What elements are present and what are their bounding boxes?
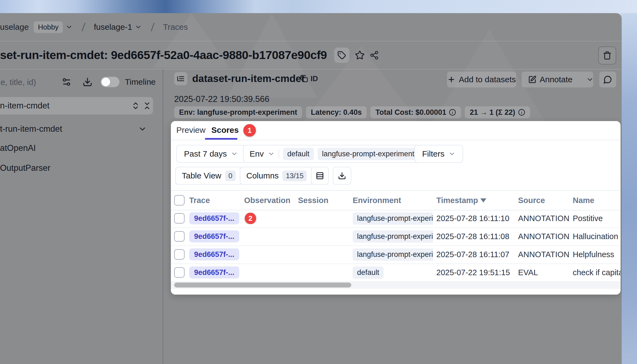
filter-divider — [279, 149, 279, 158]
breadcrumb-org[interactable]: uselage — [0, 22, 29, 32]
list-tree-icon — [177, 75, 185, 83]
chevron-down-icon[interactable] — [135, 24, 142, 31]
chevron-down-icon — [231, 150, 238, 157]
columns-label: Columns — [246, 171, 279, 180]
timeline-label: Timeline — [125, 77, 156, 87]
annotate-dropdown-button[interactable] — [586, 72, 594, 87]
row-height-button[interactable] — [311, 167, 329, 185]
annotate-split-button: Annotate — [522, 72, 593, 87]
tag-button[interactable] — [334, 48, 349, 63]
wallpaper-edge — [621, 13, 637, 364]
cost-badge: Total Cost: $0.00001 — [370, 106, 461, 118]
chevron-down-icon — [448, 150, 455, 157]
add-to-datasets-button[interactable]: Add to datasets — [447, 72, 516, 87]
metadata-badges: Env: langfuse-prompt-experiment Latency:… — [174, 106, 530, 118]
trace-link[interactable]: 9ed6657f-... — [189, 230, 239, 242]
export-button[interactable] — [333, 167, 351, 185]
share-button[interactable] — [370, 51, 379, 60]
title-bar: set-run-item-cmdet: 9ed6657f-52a0-4aac-9… — [0, 41, 622, 69]
column-header-environment: Environment — [349, 196, 433, 205]
plus-icon — [447, 75, 455, 84]
name-cell: check if capital — [569, 268, 621, 277]
env-value-chip[interactable]: default — [283, 148, 314, 160]
row-checkbox[interactable] — [174, 249, 185, 260]
breadcrumb: uselage Hobby fuselage-1 Traces — [0, 13, 622, 41]
object-name: dataset-run-item-cmdet — [192, 72, 305, 86]
star-icon — [355, 50, 365, 60]
share-icon — [370, 51, 379, 60]
search-input[interactable] — [0, 74, 59, 91]
download-tree-button[interactable] — [83, 77, 92, 88]
row-checkbox[interactable] — [174, 267, 185, 278]
delete-button[interactable] — [598, 46, 616, 64]
column-header-source: Source — [515, 196, 569, 205]
trace-type-badge — [174, 72, 187, 85]
tree-item-selected[interactable]: n-item-cmdet — [0, 97, 153, 115]
chevron-down-icon — [268, 150, 275, 157]
tab-bar: Preview Scores 1 — [171, 121, 621, 140]
annotate-label: Annotate — [540, 75, 572, 84]
tree-item-label: n-item-cmdet — [0, 101, 49, 111]
table-row: 9ed6657f-... langfuse-prompt-experim 202… — [171, 227, 621, 246]
tree-item[interactable]: atOpenAI — [0, 140, 163, 156]
star-button[interactable] — [355, 50, 365, 60]
tree-item[interactable]: OutputParser — [0, 160, 163, 176]
fold-vertical-icon[interactable] — [143, 101, 151, 110]
view-options-button[interactable] — [62, 77, 71, 88]
tab-preview[interactable]: Preview — [176, 121, 206, 139]
horizontal-scrollbar-thumb[interactable] — [174, 283, 351, 287]
trash-icon — [603, 51, 612, 60]
tag-icon — [337, 51, 346, 60]
tokens-badge: 21 → 1 (Σ 22) — [465, 106, 530, 118]
annotate-button[interactable]: Annotate — [521, 72, 580, 87]
tree-item[interactable]: t-run-item-cmdet — [0, 121, 163, 137]
source-cell: ANNOTATION — [515, 232, 569, 241]
add-to-datasets-label: Add to datasets — [459, 75, 516, 84]
column-header-session: Session — [295, 196, 349, 205]
table-view-button[interactable]: Table View 0 — [175, 167, 242, 185]
table-row: 9ed6657f-... 2 langfuse-prompt-experim 2… — [171, 209, 621, 228]
row-checkbox[interactable] — [174, 231, 185, 242]
date-range-value: Past 7 days — [184, 149, 227, 158]
copy-icon — [300, 75, 308, 83]
column-header-timestamp[interactable]: Timestamp — [433, 196, 515, 205]
date-range-select[interactable]: Past 7 days — [176, 145, 246, 163]
tab-scores[interactable]: Scores — [211, 121, 239, 139]
column-header-observation: Observation — [241, 196, 295, 205]
tree-item-label: atOpenAI — [0, 143, 36, 153]
horizontal-scrollbar-track[interactable] — [171, 281, 621, 289]
table-row: 9ed6657f-... default 2025-07-22 19:51:15… — [171, 263, 621, 282]
trace-link[interactable]: 9ed6657f-... — [189, 212, 239, 224]
trace-link[interactable]: 9ed6657f-... — [189, 266, 239, 278]
row-count-badge: 2 — [245, 213, 256, 224]
chevron-down-icon[interactable] — [138, 125, 147, 133]
comments-button[interactable] — [599, 72, 616, 87]
rows-icon — [316, 172, 324, 180]
latency-badge: Latency: 0.40s — [306, 106, 367, 118]
select-all-checkbox[interactable] — [174, 195, 185, 206]
trace-link[interactable]: 9ed6657f-... — [189, 248, 239, 260]
breadcrumb-project[interactable]: fuselage-1 — [94, 22, 132, 32]
env-filter[interactable]: Env default langfuse-prompt-experiment — [243, 145, 425, 163]
env-badge: Env: langfuse-prompt-experiment — [174, 106, 302, 118]
app-window: uselage Hobby fuselage-1 Traces set-run-… — [0, 13, 622, 364]
sliders-icon — [62, 77, 71, 87]
row-checkbox[interactable] — [174, 213, 185, 224]
env-value-chip[interactable]: langfuse-prompt-experiment — [318, 148, 419, 160]
plan-badge: Hobby — [34, 21, 63, 33]
columns-button[interactable]: Columns 13/15 — [240, 167, 313, 185]
copy-id-button[interactable]: ID — [300, 72, 318, 86]
breadcrumb-separator — [151, 23, 155, 32]
table-header: Trace Observation Session Environment Ti… — [171, 190, 621, 210]
info-icon[interactable] — [449, 109, 456, 116]
source-cell: ANNOTATION — [515, 214, 569, 223]
filters-button[interactable]: Filters — [414, 145, 463, 163]
info-icon[interactable] — [518, 109, 525, 116]
unfold-vertical-icon[interactable] — [131, 101, 140, 110]
message-circle-icon — [603, 75, 612, 84]
chevron-down-icon[interactable] — [66, 24, 73, 31]
pen-square-icon — [528, 75, 536, 84]
timeline-toggle[interactable] — [101, 77, 119, 87]
env-filter-label: Env — [250, 149, 264, 158]
timestamp-cell: 2025-07-28 16:11:10 — [433, 214, 515, 223]
